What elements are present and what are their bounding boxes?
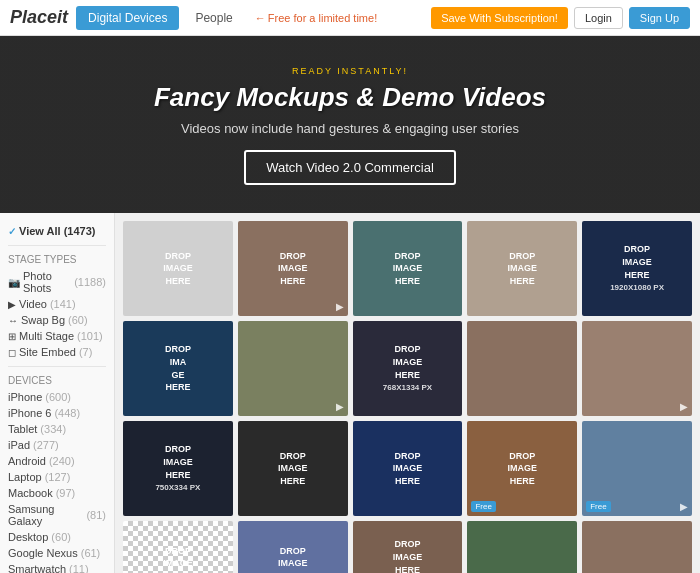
drop-image-text: DROP — [280, 250, 306, 263]
drop-image-text: IMAGE — [393, 462, 423, 475]
grid-item[interactable]: DROPIMAGEHERE — [123, 221, 233, 316]
login-button[interactable]: Login — [574, 7, 623, 29]
signup-button[interactable]: Sign Up — [629, 7, 690, 29]
laptop-count: (127) — [45, 471, 71, 483]
drop-image-text: DROP — [165, 545, 191, 558]
drop-image-text: IMAGE — [622, 256, 652, 269]
sidebar-item-video[interactable]: ▶ Video (141) — [8, 296, 106, 312]
grid-item[interactable]: DROPIMAGEHERE — [123, 521, 233, 573]
subscription-button[interactable]: Save With Subscription! — [431, 7, 568, 29]
hero-banner: READY INSTANTLY! Fancy Mockups & Demo Vi… — [0, 36, 700, 213]
drop-image-text: HERE — [395, 475, 420, 488]
drop-zone-overlay: DROPIMAGEHERE — [238, 221, 348, 316]
sidebar-item-swapbg[interactable]: ↔ Swap Bg (60) — [8, 312, 106, 328]
drop-image-text: DROP — [280, 450, 306, 463]
hero-ready-label: READY INSTANTLY! — [20, 66, 680, 76]
drop-zone-overlay: DROPIMAGEHERE — [238, 521, 348, 573]
drop-image-text: HERE — [510, 275, 535, 288]
grid-item[interactable]: DROPIMAGEHERE — [123, 321, 233, 416]
grid-item[interactable]: DROPIMAGEHERE750x334 px — [123, 421, 233, 516]
sidebar-item-multistage[interactable]: ⊞ Multi Stage (101) — [8, 328, 106, 344]
desktop-label: Desktop — [8, 531, 48, 543]
grid-item[interactable]: ▶ — [582, 321, 692, 416]
sidebar-swap-label: Swap Bg — [21, 314, 65, 326]
sidebar-item-desktop[interactable]: Desktop (60) — [8, 529, 106, 545]
drop-image-text: DROP — [280, 545, 306, 558]
grid-item[interactable]: DROPIMAGEHERE▶ — [238, 221, 348, 316]
grid-item[interactable]: DROPIMAGEHERE — [467, 221, 577, 316]
sidebar-item-samsung[interactable]: Samsung Galaxy (81) — [8, 501, 106, 529]
logo: Placeit — [10, 7, 68, 28]
drop-image-text: HERE — [165, 469, 190, 482]
drop-image-text: IMAGE — [393, 551, 423, 564]
drop-image-text: GE — [171, 369, 184, 382]
desktop-count: (60) — [51, 531, 71, 543]
tablet-label: Tablet — [8, 423, 37, 435]
sidebar-embed-count: (7) — [79, 346, 92, 358]
grid-item[interactable]: DROPIMAGEHERE — [353, 421, 463, 516]
drop-zone-overlay: DROPIMAGEHERE — [467, 221, 577, 316]
grid-item[interactable]: DROPIMAGEHERE — [238, 521, 348, 573]
grid-item[interactable]: DROPIMAGEHERE768x1334 px — [353, 321, 463, 416]
drop-image-text: IMAGE — [393, 262, 423, 275]
nav-right: Save With Subscription! Login Sign Up — [431, 7, 690, 29]
free-badge: Free — [586, 501, 610, 512]
drop-image-text: IMAGE — [508, 462, 538, 475]
sidebar-item-tablet[interactable]: Tablet (334) — [8, 421, 106, 437]
sidebar-item-iphone6[interactable]: iPhone 6 (448) — [8, 405, 106, 421]
drop-zone-overlay: DROPIMAGEHERE — [123, 321, 233, 416]
drop-image-text: DROP — [509, 250, 535, 263]
grid-item[interactable]: DROPIMAGEHEREFree — [467, 421, 577, 516]
video-indicator-icon: ▶ — [680, 501, 688, 512]
sidebar-item-smartwatch[interactable]: Smartwatch (11) — [8, 561, 106, 573]
drop-zone-overlay: DROPIMAGEHERE750x1334 px — [353, 521, 463, 573]
main-content: ✓ View All (1473) Stage Types 📷 Photo Sh… — [0, 213, 700, 573]
drop-image-text: DROP — [394, 343, 420, 356]
grid-item[interactable] — [467, 521, 577, 573]
drop-image-text: IMAGE — [163, 557, 193, 570]
grid-item[interactable]: DROPIMAGEHERE1920x1080 px — [582, 221, 692, 316]
drop-image-text: HERE — [165, 275, 190, 288]
grid-item[interactable]: ▶ — [238, 321, 348, 416]
sidebar-item-android[interactable]: Android (240) — [8, 453, 106, 469]
sidebar-multi-count: (101) — [77, 330, 103, 342]
drop-zone-overlay: DROPIMAGEHERE1920x1080 px — [582, 221, 692, 316]
drop-image-text: IMAGE — [278, 262, 308, 275]
tab-people[interactable]: People — [183, 6, 244, 30]
drop-image-text: IMAGE — [163, 262, 193, 275]
sidebar-item-laptop[interactable]: Laptop (127) — [8, 469, 106, 485]
sidebar-item-macbook[interactable]: Macbook (97) — [8, 485, 106, 501]
checkmark-icon: ✓ — [8, 226, 16, 237]
tablet-count: (334) — [40, 423, 66, 435]
video-indicator-icon: ▶ — [336, 401, 344, 412]
sidebar-item-ipad[interactable]: iPad (277) — [8, 437, 106, 453]
hero-cta-button[interactable]: Watch Video 2.0 Commercial — [244, 150, 456, 185]
drop-image-text: HERE — [165, 381, 190, 394]
sidebar-item-iphone[interactable]: iPhone (600) — [8, 389, 106, 405]
sidebar-item-photo[interactable]: 📷 Photo Shots (1188) — [8, 268, 106, 296]
tab-digital-devices[interactable]: Digital Devices — [76, 6, 179, 30]
nexus-label: Google Nexus — [8, 547, 78, 559]
drop-zone-overlay: DROPIMAGEHERE — [353, 421, 463, 516]
drop-image-text: IMAGE — [163, 456, 193, 469]
sidebar-video-count: (141) — [50, 298, 76, 310]
drop-image-text: IMAGE — [393, 356, 423, 369]
video-icon: ▶ — [8, 299, 16, 310]
grid-item[interactable]: DROPIMAGEHERE750x1334 px — [353, 521, 463, 573]
iphone-count: (600) — [45, 391, 71, 403]
grid-item[interactable]: Free▶ — [582, 421, 692, 516]
iphone6-count: (448) — [54, 407, 80, 419]
hero-title: Fancy Mockups & Demo Videos — [20, 82, 680, 113]
promo-text: Free for a limited time! — [255, 12, 377, 24]
grid-item[interactable]: DROPIMAGEHERE — [353, 221, 463, 316]
grid-item[interactable]: Free — [582, 521, 692, 573]
sidebar-item-siteembed[interactable]: ◻ Site Embed (7) — [8, 344, 106, 360]
drop-image-text: DROP — [394, 538, 420, 551]
sidebar-swap-count: (60) — [68, 314, 88, 326]
sidebar-view-all[interactable]: ✓ View All (1473) — [8, 223, 106, 239]
sidebar-item-nexus[interactable]: Google Nexus (61) — [8, 545, 106, 561]
drop-image-text: DROP — [165, 343, 191, 356]
grid-item[interactable] — [467, 321, 577, 416]
macbook-count: (97) — [56, 487, 76, 499]
grid-item[interactable]: DROPIMAGEHERE — [238, 421, 348, 516]
